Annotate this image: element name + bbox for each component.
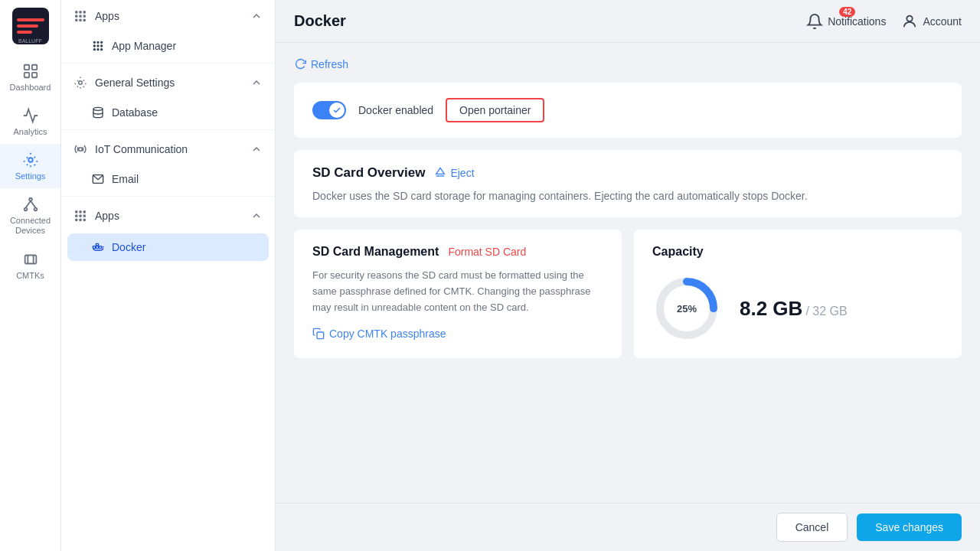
iot-icon xyxy=(74,142,87,156)
notifications-button[interactable]: 42 Notifications xyxy=(806,13,886,30)
svg-point-34 xyxy=(97,49,99,51)
svg-point-18 xyxy=(76,11,77,13)
notifications-badge: 42 xyxy=(839,7,855,17)
sidebar-item-dashboard[interactable]: Dashboard xyxy=(0,55,60,99)
svg-marker-54 xyxy=(436,168,445,174)
nav-item-docker-label: Docker xyxy=(112,241,145,253)
email-icon xyxy=(92,173,104,185)
logo: BALLUFF xyxy=(12,8,49,47)
nav-item-database[interactable]: Database xyxy=(61,99,275,126)
svg-point-37 xyxy=(93,107,103,110)
account-button[interactable]: Account xyxy=(901,13,962,30)
svg-point-29 xyxy=(101,41,103,43)
sidebar-item-settings[interactable]: Settings xyxy=(0,144,60,188)
connected-devices-icon xyxy=(22,196,39,213)
capacity-text: 8.2 GB / 32 GB xyxy=(740,297,848,321)
capacity-card: Capacity 25% 8.2 GB / 32 GB xyxy=(634,230,962,358)
svg-rect-49 xyxy=(93,246,95,249)
svg-point-25 xyxy=(80,19,81,21)
icon-sidebar: BALLUFF Dashboard Analytics Settings Con… xyxy=(0,0,61,551)
svg-line-14 xyxy=(31,201,35,207)
nav-section-apps-top-left: Apps xyxy=(74,9,119,23)
svg-rect-7 xyxy=(24,73,28,77)
svg-point-12 xyxy=(34,208,37,211)
sidebar-item-analytics[interactable]: Analytics xyxy=(0,99,60,144)
cancel-button[interactable]: Cancel xyxy=(776,513,848,542)
nav-section-iot[interactable]: IoT Communication xyxy=(61,133,275,165)
svg-point-20 xyxy=(83,11,85,13)
toggle-track xyxy=(312,101,346,119)
svg-point-33 xyxy=(93,49,95,51)
settings-icon xyxy=(22,152,39,168)
nav-panel: Apps App Manager General Settings xyxy=(61,0,276,551)
svg-point-26 xyxy=(83,19,85,21)
svg-point-21 xyxy=(76,15,77,17)
sd-card-description: Docker uses the SD card storage for mana… xyxy=(312,190,943,202)
svg-point-42 xyxy=(83,211,85,213)
save-changes-button[interactable]: Save changes xyxy=(857,514,962,541)
svg-point-11 xyxy=(24,208,27,211)
svg-rect-50 xyxy=(96,246,98,249)
svg-point-38 xyxy=(79,148,83,152)
docker-enabled-toggle[interactable] xyxy=(312,101,346,119)
sidebar-item-label: Settings xyxy=(15,171,46,181)
account-label: Account xyxy=(923,15,962,28)
cmtks-icon xyxy=(22,251,39,268)
nav-section-general-settings[interactable]: General Settings xyxy=(61,67,275,99)
sd-card-overview-title: SD Card Overview xyxy=(312,165,425,181)
open-portainer-button[interactable]: Open portainer xyxy=(446,98,544,122)
apps-top-icon xyxy=(74,9,87,23)
nav-section-apps-top[interactable]: Apps xyxy=(61,0,275,32)
svg-point-22 xyxy=(80,15,81,17)
app-manager-icon xyxy=(92,40,104,52)
content-area: Refresh Docker enabled Open portainer xyxy=(276,43,980,503)
nav-section-apps-bottom-left: Apps xyxy=(74,209,119,223)
svg-point-35 xyxy=(101,49,103,51)
docker-enabled-label: Docker enabled xyxy=(358,104,433,116)
svg-point-43 xyxy=(76,215,77,217)
sd-management-title: SD Card Management xyxy=(312,245,439,259)
capacity-used: 8.2 GB xyxy=(740,297,802,321)
top-bar-actions: 42 Notifications Account xyxy=(806,13,962,30)
svg-point-23 xyxy=(83,15,85,17)
footer-bar: Cancel Save changes xyxy=(276,503,980,551)
nav-section-iot-label: IoT Communication xyxy=(95,143,188,155)
svg-point-40 xyxy=(76,211,77,213)
nav-section-apps-bottom[interactable]: Apps xyxy=(61,200,275,232)
sd-bottom-grid: SD Card Management Format SD Card For se… xyxy=(294,230,962,358)
nav-section-general-settings-left: General Settings xyxy=(74,76,175,90)
sidebar-item-label: Dashboard xyxy=(10,83,51,92)
svg-point-45 xyxy=(83,215,85,217)
svg-rect-2 xyxy=(17,24,38,28)
nav-section-apps-top-label: Apps xyxy=(95,10,119,22)
refresh-button[interactable]: Refresh xyxy=(294,58,348,70)
format-sd-card-button[interactable]: Format SD Card xyxy=(448,246,526,258)
svg-rect-3 xyxy=(17,31,32,34)
sidebar-item-label: Analytics xyxy=(13,127,47,136)
sidebar-item-cmtks[interactable]: CMTKs xyxy=(0,243,60,288)
capacity-title: Capacity xyxy=(652,245,943,259)
nav-item-email[interactable]: Email xyxy=(61,165,275,193)
nav-item-app-manager[interactable]: App Manager xyxy=(61,32,275,60)
copy-passphrase-button[interactable]: Copy CMTK passphrase xyxy=(312,328,603,340)
svg-point-41 xyxy=(80,211,81,213)
sidebar-item-connected-devices[interactable]: Connected Devices xyxy=(0,188,60,243)
apps-bottom-icon xyxy=(74,209,87,223)
nav-section-apps-bottom-label: Apps xyxy=(95,210,119,222)
eject-icon xyxy=(434,167,446,179)
sd-management-title-row: SD Card Management Format SD Card xyxy=(312,245,603,259)
nav-item-docker[interactable]: Docker xyxy=(67,233,269,261)
eject-button[interactable]: Eject xyxy=(434,167,474,179)
capacity-display: 25% 8.2 GB / 32 GB xyxy=(652,274,943,343)
chevron-down-icon xyxy=(250,77,263,89)
svg-rect-51 xyxy=(99,246,101,249)
sd-card-overview-section: SD Card Overview Eject Docker uses the S… xyxy=(294,150,962,217)
sd-management-card: SD Card Management Format SD Card For se… xyxy=(294,230,622,358)
svg-point-30 xyxy=(93,45,95,47)
nav-item-email-label: Email xyxy=(112,173,139,185)
svg-point-24 xyxy=(76,19,77,21)
general-settings-icon xyxy=(74,76,87,90)
svg-rect-56 xyxy=(317,332,324,339)
refresh-icon xyxy=(294,58,306,70)
nav-item-app-manager-label: App Manager xyxy=(112,40,176,52)
